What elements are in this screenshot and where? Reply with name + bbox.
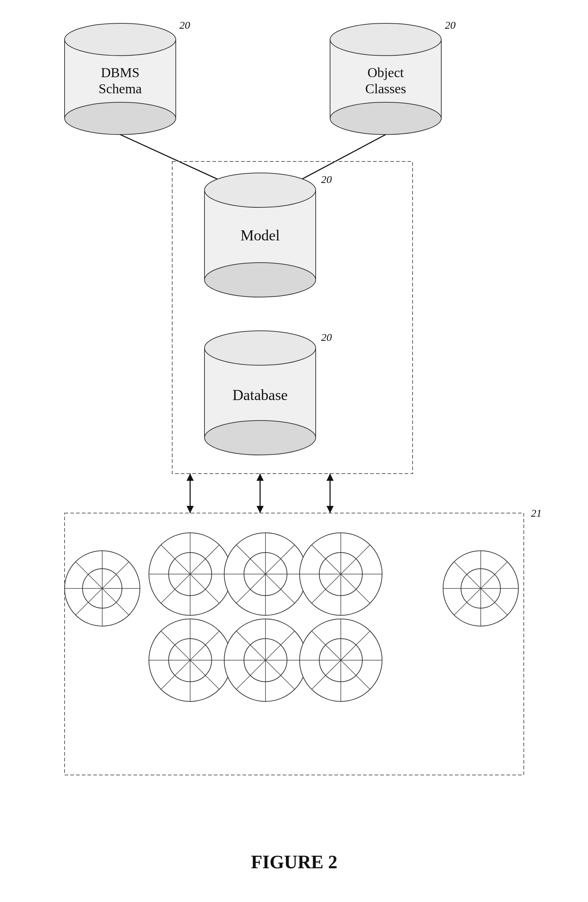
obj-circle-3 <box>300 533 382 615</box>
main-diagram: DBMS Schema 20 Object Classes 20 Model 2… <box>0 0 588 902</box>
svg-point-2 <box>64 102 176 135</box>
dbms-schema-label: DBMS <box>101 65 139 80</box>
svg-marker-21 <box>186 506 194 513</box>
svg-text:Classes: Classes <box>365 81 406 96</box>
svg-point-17 <box>205 331 316 365</box>
svg-text:Schema: Schema <box>99 81 142 96</box>
obj-circle-5 <box>149 619 231 702</box>
model-label: Model <box>240 227 280 244</box>
svg-marker-27 <box>327 506 334 513</box>
object-classes-label: Object <box>368 65 404 80</box>
dbms-ref: 20 <box>179 19 190 31</box>
obj-circle-4 <box>443 551 518 626</box>
obj-circle-1 <box>149 533 231 615</box>
svg-point-18 <box>205 421 316 455</box>
svg-marker-24 <box>256 506 264 513</box>
svg-point-6 <box>330 102 441 135</box>
database-label: Database <box>233 387 288 403</box>
svg-point-15 <box>205 263 316 297</box>
model-ref: 20 <box>321 173 332 185</box>
figure-label: FIGURE 2 <box>251 852 337 872</box>
obj-classes-ref: 20 <box>445 19 456 31</box>
svg-point-5 <box>330 23 441 56</box>
obj-circle-2 <box>224 533 307 615</box>
obj-circle-0 <box>64 551 140 626</box>
box-ref-21: 21 <box>531 507 542 519</box>
svg-marker-20 <box>186 474 194 481</box>
obj-circle-7 <box>300 619 382 702</box>
database-ref: 20 <box>321 331 332 343</box>
obj-circle-6 <box>224 619 307 702</box>
svg-point-1 <box>64 23 176 56</box>
svg-marker-23 <box>256 474 264 481</box>
svg-point-14 <box>205 173 316 207</box>
diagram-container: DBMS Schema 20 Object Classes 20 Model 2… <box>0 0 588 902</box>
svg-marker-26 <box>327 474 334 481</box>
